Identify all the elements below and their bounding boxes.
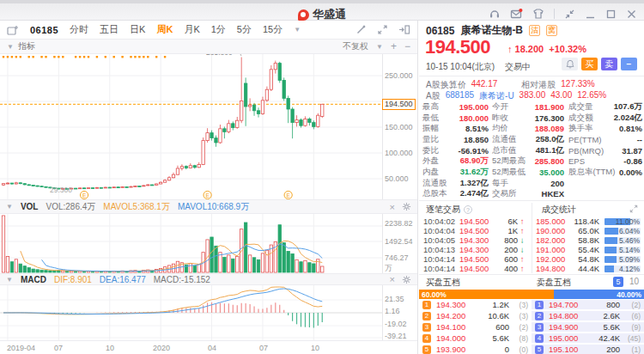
zoom-out-button[interactable]: − <box>404 40 410 52</box>
tab-5分[interactable]: 5分 <box>237 23 252 36</box>
macd-title[interactable]: MACD <box>21 275 46 284</box>
chart-symbol: 06185 <box>30 25 58 35</box>
tab-1分[interactable]: 1分 <box>211 23 226 36</box>
trade-stats-title: 成交统计 <box>542 204 576 216</box>
stat-row: 最低180.000昨收176.300成交额2.024亿 <box>422 113 642 124</box>
depth-row: 1194.3001.2K(3)1194.700800(2) <box>419 299 644 310</box>
mavol5-value: MAVOL5:368.1万 <box>103 201 170 213</box>
tab-分时[interactable]: 分时 <box>70 23 88 36</box>
warrant-badge: 窝 <box>546 25 557 36</box>
tab-月K[interactable]: 月K <box>184 23 199 36</box>
time-axis-label: 07 <box>54 344 63 352</box>
svg-text:E: E <box>205 192 210 198</box>
vol-title[interactable]: VOL <box>21 202 39 211</box>
adjust-mode[interactable]: 不复权 <box>343 40 368 52</box>
tick-row[interactable]: 10:04:05194.300800↓ <box>423 235 528 245</box>
vol-panel-header: ▼ VOL VOL:286.4万 MAVOL5:368.1万 MAVOL10:6… <box>0 199 417 214</box>
ten-levels-toggle[interactable]: 10 <box>629 277 639 286</box>
zoom-in-button[interactable]: + <box>391 40 397 52</box>
maximize-icon[interactable] <box>605 9 617 20</box>
tick-row[interactable]: 10:04:14194.500600↑ <box>423 254 528 264</box>
bid-level[interactable]: 2194.20010.6K(3) <box>419 311 532 320</box>
collapse-panel-button[interactable]: − <box>621 58 637 70</box>
fullscreen-icon[interactable] <box>377 24 388 35</box>
buy-button[interactable]: 买 <box>581 58 598 70</box>
indicator-caret-icon[interactable]: ▼ <box>7 43 14 51</box>
customer-service-icon[interactable] <box>489 8 501 20</box>
stat-cell: 最高195.000 <box>422 101 489 113</box>
stat-cell: 股息率(TTM)0.00% <box>568 167 642 178</box>
trade-stat-row: 190.00065.0K6.04% <box>536 226 641 235</box>
depth-row: 3194.100600(2)3194.9005.6K(9) <box>419 321 644 333</box>
mail-icon[interactable] <box>510 8 523 20</box>
trade-stats-list: 185.000118.4K11.00%190.00065.0K6.04%182.… <box>536 217 641 273</box>
bid-level[interactable]: 4194.0005.6K(8) <box>419 333 532 343</box>
svg-text:E: E <box>82 192 87 198</box>
stat-cell: 每手200 <box>492 178 564 189</box>
trade-stat-row: 185.000118.4K11.00% <box>536 217 641 226</box>
tab-周K[interactable]: 周K <box>156 23 173 36</box>
tab-五日[interactable]: 五日 <box>100 23 118 36</box>
draw-line-icon[interactable] <box>355 24 367 35</box>
expand-stats-icon[interactable] <box>629 204 638 213</box>
stat-row: 内盘31.62万52周最低35.000股息率(TTM)0.00% <box>422 167 642 178</box>
macd-settings-icon[interactable] <box>402 275 411 284</box>
sell-button[interactable]: 卖 <box>601 58 617 70</box>
price-change: 18.200 <box>515 44 544 54</box>
volume-bar: 4.12% <box>605 266 641 272</box>
macd-close-icon[interactable]: × <box>390 275 395 284</box>
time-axis-label: 07 <box>259 344 268 352</box>
macd-panel-header: ▼ MACD DIF:8.901 DEA:16.477 MACD:-15.152… <box>0 273 417 285</box>
trade-stat-row: 182.00058.8K5.46% <box>536 235 641 245</box>
tick-row[interactable]: 10:04:04194.5001K↑ <box>423 226 528 235</box>
popout-panel-icon[interactable] <box>398 24 410 35</box>
minimize-icon[interactable] <box>585 9 596 20</box>
quote-datetime: 10-15 10:04(北京) <box>426 61 495 73</box>
tick-row[interactable]: 10:04:13194.300200↓ <box>423 245 528 254</box>
ask-level[interactable]: 3194.9005.6K(9) <box>532 322 644 332</box>
stat-cell: 流通股1.327亿 <box>422 178 489 189</box>
stat-cell: EPS-0.86 <box>568 156 642 166</box>
ah-price-label: A股换算价 <box>426 79 466 91</box>
chart-tabbar: 06185 分时五日日K周K月K1分5分15分 ▼ <box>0 21 417 40</box>
new-chart-window-icon[interactable] <box>7 25 19 35</box>
svg-text:E: E <box>286 192 290 198</box>
bid-levels-title: 买盘五档 <box>426 277 460 289</box>
ask-level[interactable]: 4195.00042.4K(45) <box>532 333 644 343</box>
tick-row[interactable]: 10:04:02194.5006K↑ <box>423 217 528 226</box>
five-levels-toggle[interactable]: 5 <box>613 277 623 287</box>
ask-level[interactable]: 1194.700800(2) <box>532 300 644 309</box>
tick-row[interactable]: 10:04:14194.500400↑ <box>423 264 528 273</box>
price-alert-button[interactable] <box>562 58 578 70</box>
tick-list-title: 逐笔交易? <box>426 204 472 216</box>
macd-caret-icon[interactable]: ▼ <box>6 276 13 284</box>
notification-dot <box>519 9 522 12</box>
tab-日K[interactable]: 日K <box>130 23 145 36</box>
depth-row: 2194.20010.6K(3)2194.8002.6K(6) <box>419 310 644 321</box>
stat-cell: 成交额2.024亿 <box>568 113 642 124</box>
indicator-label[interactable]: 指标 <box>18 40 35 52</box>
theme-skin-icon[interactable] <box>532 8 544 20</box>
stat-cell: PB(MRQ)31.87 <box>568 146 642 156</box>
stat-cell: 昨收176.300 <box>492 113 564 124</box>
close-icon[interactable] <box>626 9 637 20</box>
stat-cell: 内盘31.62万 <box>422 167 489 178</box>
axis-label: 21.35 <box>385 295 404 303</box>
vol-close-icon[interactable]: × <box>390 203 395 211</box>
vol-settings-icon[interactable] <box>402 202 411 211</box>
bid-level[interactable]: 3194.100600(2) <box>419 322 532 332</box>
short-sell-badge: 沽 <box>529 25 540 36</box>
bid-level[interactable]: 5193.9000(0) <box>419 345 532 354</box>
ask-level[interactable]: 5195.100200(1) <box>532 345 644 354</box>
vol-caret-icon[interactable]: ▼ <box>6 203 13 211</box>
shrink-window-icon[interactable] <box>564 9 575 20</box>
adjust-caret-icon[interactable]: ▼ <box>376 43 383 51</box>
stat-cell: 52周最高285.800 <box>492 156 564 167</box>
bid-level[interactable]: 1194.3001.2K(3) <box>419 300 532 309</box>
ask-level[interactable]: 2194.8002.6K(6) <box>532 311 644 320</box>
tab-15分[interactable]: 15分 <box>263 23 283 36</box>
axis-label: -39.21 <box>385 332 407 340</box>
price-change-pct: +10.32% <box>549 44 586 54</box>
more-periods-caret-icon[interactable]: ▼ <box>294 26 301 34</box>
help-icon[interactable]: ? <box>464 205 472 214</box>
